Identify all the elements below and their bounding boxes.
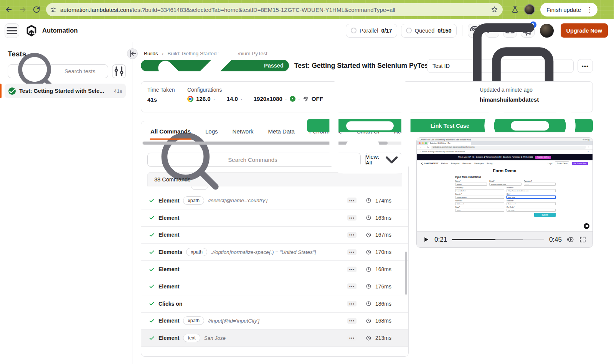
tab-logs[interactable]: Logs bbox=[205, 128, 218, 140]
command-more-button[interactable]: ••• bbox=[347, 283, 357, 289]
video-controls: 0:21 0:45 bbox=[417, 231, 593, 247]
site-settings-icon[interactable] bbox=[50, 7, 56, 13]
tab-all-commands[interactable]: All Commands bbox=[150, 128, 191, 140]
mini-macos-menubar: Chrome File Edit View History Bookmarks … bbox=[417, 138, 593, 141]
seek-played bbox=[452, 239, 495, 240]
time-taken-value: 41s bbox=[147, 96, 187, 103]
test-list-item[interactable]: Test: Getting Started with Sele... 41s bbox=[5, 84, 126, 98]
active-test-accent-bar bbox=[0, 84, 2, 98]
command-duration: 168ms bbox=[375, 318, 394, 324]
command-success-check-icon bbox=[149, 215, 155, 221]
mini-field-input: San Jose bbox=[507, 196, 556, 199]
mini-field-label: Country* bbox=[455, 193, 504, 195]
lambdatest-logo[interactable] bbox=[25, 24, 38, 38]
mini-form-demo-title: Form Demo bbox=[417, 168, 593, 173]
command-more-button[interactable]: ••• bbox=[347, 232, 357, 238]
clock-icon bbox=[366, 198, 371, 203]
total-time: 0:45 bbox=[549, 236, 562, 244]
mini-field-label: State* bbox=[455, 206, 504, 208]
command-row[interactable]: Elementxpath//input[@id='inputCity']•••1… bbox=[141, 313, 408, 330]
command-row[interactable]: Clicks on•••186ms bbox=[141, 295, 408, 313]
tab-network[interactable]: Network bbox=[233, 128, 254, 140]
os-version: 14.0 bbox=[227, 96, 238, 102]
current-time: 0:21 bbox=[434, 236, 447, 244]
mini-field-label: Password* bbox=[524, 180, 556, 182]
command-success-check-icon bbox=[149, 283, 155, 289]
status-label: Passed bbox=[264, 63, 284, 69]
parallel-quota[interactable]: Parallel 0/17 bbox=[346, 24, 397, 38]
main-content: Builds › Build: Getting Started with Sel… bbox=[132, 42, 614, 364]
seek-remaining bbox=[523, 239, 544, 240]
queued-ring-icon bbox=[406, 28, 412, 33]
mini-field-label: City* bbox=[507, 193, 556, 195]
test-filter-button[interactable] bbox=[112, 64, 126, 78]
mini-field-label: Name* bbox=[455, 180, 487, 182]
video-frame: Chrome File Edit View History Bookmarks … bbox=[417, 138, 593, 231]
test-item-duration: 41s bbox=[114, 88, 122, 94]
reload-icon[interactable] bbox=[32, 5, 41, 14]
locator-detail: San Jose bbox=[204, 335, 226, 341]
test-passed-check-icon bbox=[8, 87, 16, 95]
back-icon[interactable] bbox=[5, 5, 13, 14]
queued-label: Queued bbox=[415, 28, 435, 34]
mini-minimize-dot bbox=[422, 142, 424, 144]
clock-icon bbox=[366, 318, 371, 324]
mini-nav-item: Resources bbox=[462, 163, 471, 165]
seek-bar[interactable] bbox=[452, 239, 544, 240]
command-row[interactable]: Element•••176ms bbox=[141, 278, 408, 295]
tests-sidebar: Tests Test: Getting Started with Sele...… bbox=[0, 42, 132, 364]
mini-nav-item: Developers bbox=[474, 163, 484, 165]
command-row[interactable]: ElementtextSan Jose•••213ms bbox=[141, 329, 408, 347]
command-row[interactable]: Element•••167ms bbox=[141, 227, 408, 244]
command-row[interactable]: Element•••168ms bbox=[141, 261, 408, 278]
hamburger-menu-button[interactable] bbox=[5, 23, 19, 38]
partially-scrolled-row bbox=[141, 186, 408, 192]
queued-quota[interactable]: Queued 0/150 bbox=[401, 24, 457, 38]
playback-speed-icon[interactable] bbox=[567, 236, 574, 243]
sidebar-collapse-button[interactable] bbox=[127, 48, 138, 59]
command-name: Element bbox=[158, 318, 179, 324]
fullscreen-icon[interactable] bbox=[579, 236, 586, 243]
test-list-item-wrap: Test: Getting Started with Sele... 41s bbox=[0, 84, 126, 98]
command-duration: 168ms bbox=[375, 266, 394, 272]
command-duration: 163ms bbox=[375, 215, 394, 221]
command-name: Element bbox=[158, 215, 179, 221]
app-title: Automation bbox=[42, 27, 78, 34]
command-name: Element bbox=[158, 283, 179, 290]
command-more-button[interactable]: ••• bbox=[347, 215, 357, 221]
browser-menu-icon[interactable]: ⋮ bbox=[584, 6, 595, 14]
command-more-button[interactable]: ••• bbox=[347, 318, 357, 324]
search-tests-field[interactable] bbox=[8, 64, 108, 78]
locator-type-badge: text bbox=[183, 334, 200, 342]
test-item-label: Test: Getting Started with Sele... bbox=[19, 88, 111, 94]
mini-browser-urlbar: ←→↻ lambdatest.com/selenium-playground/i… bbox=[417, 145, 593, 150]
command-more-button[interactable]: ••• bbox=[347, 267, 357, 272]
command-row[interactable]: Elementxpath//select[@name='country']•••… bbox=[141, 192, 408, 209]
mini-field-label: Website* bbox=[507, 187, 556, 189]
command-more-button[interactable]: ••• bbox=[347, 198, 357, 203]
command-more-button[interactable]: ••• bbox=[347, 335, 357, 341]
selenium-icon bbox=[290, 96, 295, 102]
parallel-value: 0/17 bbox=[381, 28, 392, 34]
forward-icon[interactable] bbox=[18, 5, 27, 14]
link-test-case-button[interactable]: Link Test Case bbox=[307, 119, 593, 132]
collapse-left-icon bbox=[127, 49, 137, 59]
locator-detail: //select[@name='country'] bbox=[208, 198, 267, 203]
mini-maximize-dot bbox=[425, 142, 427, 144]
command-more-button[interactable]: ••• bbox=[347, 249, 357, 255]
parallel-ring-icon bbox=[351, 28, 357, 33]
partial-badge-pill bbox=[191, 186, 208, 190]
play-icon[interactable] bbox=[423, 236, 429, 243]
mini-field-input: Zip code bbox=[507, 209, 556, 212]
command-duration: 174ms bbox=[375, 198, 394, 204]
tab-meta-data[interactable]: Meta Data bbox=[268, 128, 295, 140]
command-row[interactable]: Element•••163ms bbox=[141, 209, 408, 227]
command-more-button[interactable]: ••• bbox=[347, 301, 357, 306]
command-row[interactable]: Elementsxpath.//option[normalize-space(.… bbox=[141, 244, 408, 261]
search-tests-input[interactable] bbox=[64, 68, 104, 74]
video-player[interactable]: Chrome File Edit View History Bookmarks … bbox=[416, 137, 593, 248]
clock-icon bbox=[366, 283, 371, 289]
url-bar[interactable]: automation.lambdatest.com/test?build=334… bbox=[46, 3, 503, 16]
commands-vertical-scrollbar[interactable] bbox=[405, 252, 407, 295]
mini-field-input: Address 1 bbox=[455, 202, 504, 205]
